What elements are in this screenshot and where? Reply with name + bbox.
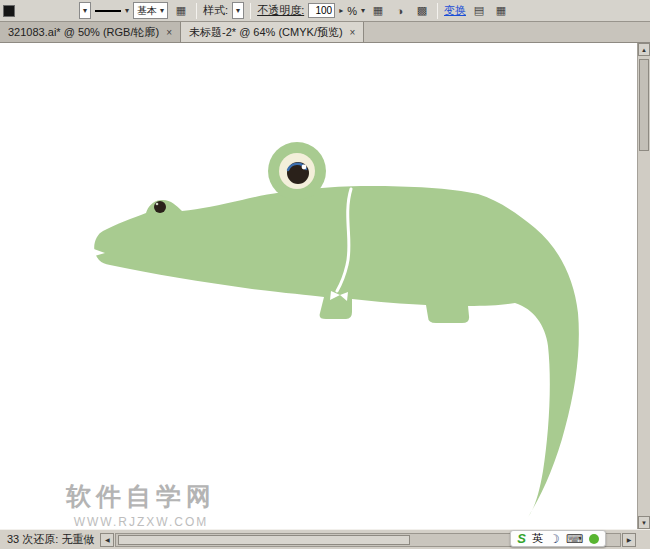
style-dropdown[interactable]: ▾ [232, 2, 244, 19]
resize-corner [636, 531, 649, 549]
document-setup-icon[interactable]: ▤ [470, 2, 488, 19]
scroll-up-icon: ▲ [641, 47, 647, 53]
fill-color-swatch[interactable] [3, 5, 15, 17]
blend-mode-icon[interactable]: ◑ [391, 2, 409, 19]
scroll-right-button[interactable]: ▶ [622, 533, 636, 547]
brush-definition-dropdown[interactable]: 基本 ▾ [133, 2, 168, 19]
vertical-scroll-thumb[interactable] [639, 59, 649, 151]
chevron-down-icon: ▾ [236, 7, 240, 15]
scroll-up-button[interactable]: ▲ [638, 43, 650, 56]
tab-document-1[interactable]: 321083.ai* @ 50% (RGB/轮廓) × [0, 22, 181, 42]
chevron-down-icon[interactable]: ▾ [361, 7, 365, 15]
eye-highlight [302, 165, 307, 170]
scroll-left-icon: ◀ [105, 536, 110, 543]
vertical-scrollbar[interactable]: ▲ ▼ [637, 43, 650, 529]
stroke-weight-preview [95, 10, 121, 12]
opacity-unit: % [347, 5, 357, 17]
chevron-down-icon[interactable]: ▾ [125, 7, 129, 15]
nostril[interactable] [154, 201, 166, 213]
stroke-color-dropdown[interactable]: ▾ [79, 2, 91, 19]
chevron-down-icon: ▾ [83, 7, 87, 15]
keyboard-icon[interactable]: ⌨ [566, 532, 583, 546]
spinner-icon[interactable]: ▸ [339, 7, 343, 15]
grid-icon[interactable]: ▦ [172, 2, 190, 19]
scroll-left-button[interactable]: ◀ [100, 533, 114, 547]
tab-label: 未标题-2* @ 64% (CMYK/预览) [189, 25, 343, 40]
opacity-grid-icon[interactable]: ▦ [369, 2, 387, 19]
sogou-logo-icon[interactable]: S [517, 531, 526, 546]
toolbar-divider [196, 3, 197, 19]
brush-definition-value: 基本 [137, 4, 157, 18]
horizontal-scroll-thumb[interactable] [118, 535, 410, 545]
tab-document-2[interactable]: 未标题-2* @ 64% (CMYK/预览) × [181, 22, 364, 42]
chevron-down-icon: ▾ [160, 7, 164, 15]
recolor-artwork-icon[interactable]: ▩ [413, 2, 431, 19]
language-mode-badge[interactable]: 英 [532, 531, 543, 546]
transform-link[interactable]: 变换 [444, 3, 466, 18]
style-label: 样式: [203, 3, 228, 18]
opacity-input[interactable] [308, 3, 335, 18]
scroll-down-button[interactable]: ▼ [638, 516, 650, 529]
close-icon[interactable]: × [166, 27, 172, 38]
opacity-label[interactable]: 不透明度: [257, 3, 304, 18]
ime-toolbar[interactable]: S 英 ☽ ⌨ [510, 530, 606, 547]
tab-label: 321083.ai* @ 50% (RGB/轮廓) [8, 25, 159, 40]
crocodile-illustration[interactable] [0, 43, 637, 529]
document-tab-bar: 321083.ai* @ 50% (RGB/轮廓) × 未标题-2* @ 64%… [0, 22, 650, 43]
artboard-canvas[interactable]: 软件自学网 WWW.RJZXW.COM [0, 43, 637, 529]
crocodile-body[interactable] [94, 186, 579, 517]
skin-icon[interactable] [589, 534, 599, 544]
toolbar-divider [437, 3, 438, 19]
undo-status: 33 次还原: 无重做 [1, 532, 100, 547]
scroll-right-icon: ▶ [627, 536, 632, 543]
control-bar: ▾ ▾ 基本 ▾ ▦ 样式: ▾ 不透明度: ▸ % ▾ ▦ ◑ ▩ 变换 ▤ … [0, 0, 650, 22]
close-icon[interactable]: × [350, 27, 356, 38]
scroll-down-icon: ▼ [641, 520, 647, 526]
toolbar-divider [250, 3, 251, 19]
nostril-highlight [156, 203, 159, 206]
preferences-grid-icon[interactable]: ▦ [492, 2, 510, 19]
moon-icon[interactable]: ☽ [549, 532, 560, 546]
